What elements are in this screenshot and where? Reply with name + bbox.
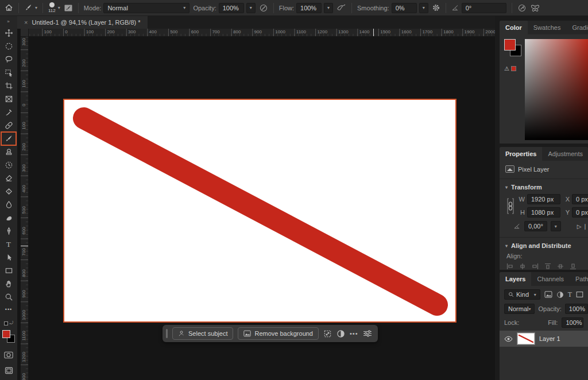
document-tab[interactable]: × Untitled-1 @ 94,1% (Layer 1, RGB/8) * [17, 16, 148, 29]
layer-fill-input[interactable]: 100% [562, 317, 583, 328]
align-section-header[interactable]: ▾ Align and Distribute [500, 238, 588, 251]
document-canvas[interactable] [63, 99, 457, 323]
frame-tool[interactable] [1, 92, 16, 106]
transform-section-header[interactable]: ▾ Transform [500, 179, 588, 193]
tab-adjustments[interactable]: Adjustments [542, 147, 588, 161]
contextual-task-bar[interactable]: Select subject Remove background ••• [163, 325, 378, 342]
align-top-icon[interactable] [544, 263, 551, 270]
quick-mask-icon[interactable] [1, 348, 16, 362]
flow-input[interactable]: 100% [296, 3, 322, 13]
filter-adjustment-icon[interactable] [556, 291, 564, 298]
tab-paths[interactable]: Paths [570, 272, 588, 286]
color-chips[interactable] [2, 330, 15, 343]
ruler-top[interactable]: 0100010020030040050060070080090010001100… [21, 29, 495, 37]
layer-name[interactable]: Layer 1 [539, 335, 560, 342]
swap-colors-icon[interactable]: ⤾ [10, 320, 14, 326]
filter-type-icon[interactable]: T [568, 290, 572, 299]
mode-select[interactable]: Normal ▾ [103, 3, 189, 13]
zoom-tool[interactable] [1, 290, 16, 304]
transform-icon[interactable] [323, 329, 332, 338]
color-chips[interactable] [504, 39, 521, 56]
close-icon[interactable]: × [24, 19, 28, 26]
y-input[interactable]: 0 px [572, 207, 588, 218]
link-dimensions-icon[interactable] [506, 197, 516, 215]
symmetry-brush-icon[interactable] [517, 3, 527, 13]
tool-preset[interactable]: ▾ [24, 3, 37, 12]
brush-settings-panel-icon[interactable] [64, 3, 73, 13]
color-picker-field[interactable] [525, 39, 588, 140]
crop-tool[interactable] [1, 79, 16, 92]
ruler-origin-corner[interactable] [21, 29, 29, 37]
opacity-dropdown[interactable]: ▾ [246, 3, 256, 13]
eraser-tool[interactable] [1, 172, 16, 185]
tab-properties[interactable]: Properties [500, 147, 542, 161]
filter-pixel-icon[interactable] [544, 291, 552, 298]
align-left-icon[interactable] [506, 263, 513, 270]
screen-mode-icon[interactable] [1, 364, 16, 377]
x-input[interactable]: 0 px [572, 194, 588, 204]
pressure-opacity-icon[interactable] [259, 3, 268, 13]
tab-gradients[interactable]: Gradients [566, 21, 588, 34]
type-tool[interactable]: T [1, 238, 16, 251]
layer-thumbnail[interactable] [517, 333, 535, 344]
height-input[interactable]: 1080 px [527, 207, 560, 218]
layer-row[interactable]: Layer 1 [500, 331, 588, 347]
angle-input[interactable]: 0° [462, 3, 506, 13]
align-middle-v-icon[interactable] [557, 263, 564, 270]
visibility-eye-icon[interactable] [504, 336, 513, 342]
opacity-input[interactable]: 100% [219, 3, 244, 13]
gamut-swatch[interactable] [511, 66, 516, 71]
move-tool[interactable] [1, 26, 16, 40]
drag-handle[interactable] [166, 329, 168, 338]
rectangle-tool[interactable] [1, 264, 16, 277]
elliptical-marquee-tool[interactable] [1, 40, 16, 53]
smudge-tool[interactable] [1, 211, 16, 224]
edit-toolbar-icon[interactable]: ••• [1, 304, 16, 315]
history-brush-tool[interactable] [1, 158, 16, 172]
rotation-dropdown[interactable]: ▾ [551, 221, 561, 231]
layer-opacity-input[interactable]: 100% [565, 304, 588, 314]
rotation-input[interactable]: 0,00° [524, 221, 547, 231]
foreground-color-chip[interactable] [2, 330, 10, 338]
tab-color[interactable]: Color [500, 21, 528, 34]
blend-mode-select[interactable]: Normal ▾ [504, 304, 535, 314]
ruler-left[interactable]: 3002001000100200300400500600700800900100… [21, 37, 29, 380]
filter-kind-select[interactable]: Kind ▾ [504, 289, 540, 300]
align-bottom-icon[interactable] [570, 263, 577, 270]
spot-healing-brush-tool[interactable] [1, 119, 16, 132]
width-input[interactable]: 1920 px [527, 194, 560, 204]
lasso-tool[interactable] [1, 53, 16, 66]
brush-size-picker[interactable]: 112 ▾ [48, 2, 60, 13]
foreground-color-chip[interactable] [504, 39, 516, 51]
sliders-icon[interactable] [363, 329, 372, 338]
brush-tool[interactable] [1, 132, 16, 145]
tab-channels[interactable]: Channels [531, 272, 569, 286]
smoothing-dropdown[interactable]: ▾ [419, 3, 428, 13]
more-options-icon[interactable]: ••• [350, 330, 358, 337]
flow-dropdown[interactable]: ▾ [324, 3, 333, 13]
eyedropper-tool[interactable] [1, 106, 16, 119]
hand-tool[interactable] [1, 277, 16, 290]
toolbar-collapse-icon[interactable]: » [7, 16, 10, 26]
adjustments-icon[interactable] [336, 329, 345, 338]
gear-icon[interactable] [432, 3, 440, 12]
gamut-warning[interactable]: ⚠ [504, 65, 525, 72]
align-center-h-icon[interactable] [519, 263, 526, 270]
object-selection-tool[interactable] [1, 66, 16, 79]
gradient-tool[interactable] [1, 185, 16, 198]
default-colors-icon[interactable]: ⤾ [4, 319, 14, 328]
pen-tool[interactable] [1, 224, 16, 238]
select-subject-button[interactable]: Select subject [172, 327, 233, 340]
remove-background-button[interactable]: Remove background [238, 327, 319, 340]
tab-swatches[interactable]: Swatches [528, 21, 567, 34]
tab-layers[interactable]: Layers [500, 272, 531, 286]
path-selection-tool[interactable] [1, 251, 16, 264]
airbrush-icon[interactable] [336, 3, 346, 13]
flip-icons[interactable]: ▷❘◁ [577, 223, 588, 230]
align-right-icon[interactable] [532, 263, 539, 270]
filter-shape-icon[interactable] [576, 291, 583, 298]
home-icon[interactable] [5, 3, 13, 12]
smoothing-input[interactable]: 0% [392, 3, 417, 13]
blur-tool[interactable] [1, 198, 16, 211]
butterfly-symmetry-icon[interactable] [530, 3, 540, 13]
